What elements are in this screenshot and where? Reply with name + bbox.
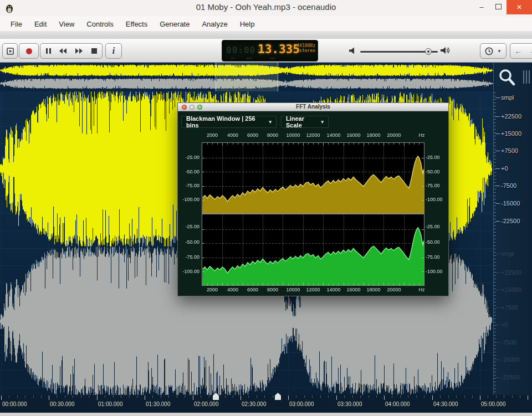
volume-slider-thumb[interactable] — [425, 48, 432, 55]
time-ghost-digits: 00:00: — [226, 45, 262, 55]
freq-tick: 20000 — [385, 287, 403, 292]
info-button[interactable]: i — [105, 43, 122, 59]
ruler-tick: -22500 — [501, 218, 520, 224]
nav-forward-button[interactable]: → — [525, 43, 532, 59]
db-tick: -50.00 — [426, 239, 447, 245]
zoom-icon[interactable] — [498, 68, 516, 87]
window-title: 01 Moby - Ooh Yeah.mp3 - ocenaudio — [0, 2, 532, 12]
menu-edit[interactable]: Edit — [28, 20, 53, 28]
time-display: 00:00: 13.335 44100Hzstereo hr min sec — [222, 40, 318, 61]
volume-high-icon — [441, 47, 451, 54]
bottom-edge — [0, 413, 532, 416]
sample-rate-readout: 44100Hzstereo — [292, 43, 315, 53]
timeline-label: 05:00.000 — [481, 401, 506, 407]
ruler-tick: +15000 — [501, 130, 521, 137]
menu-view[interactable]: View — [53, 20, 80, 28]
db-tick: -75.00 — [178, 254, 200, 260]
freq-tick: 2000 — [203, 132, 222, 138]
freq-tick: 8000 — [263, 287, 282, 292]
db-tick: -75.00 — [178, 183, 200, 188]
maximize-button[interactable] — [490, 0, 507, 13]
document-title-strip: hglrob.wav – ocenaudio — [0, 31, 532, 39]
time-format-button[interactable]: ▼ — [480, 43, 507, 59]
db-tick: -50.00 — [426, 169, 447, 174]
fft-body: Blackman Window | 256 bins ▾ Linear Scal… — [178, 111, 448, 296]
freq-tick: 12000 — [304, 287, 323, 292]
freq-tick: 2000 — [203, 287, 222, 292]
ruler-unit-ch1: smpl — [501, 94, 514, 101]
db-tick: -25.00 — [426, 224, 447, 229]
play-device-button[interactable] — [2, 43, 18, 59]
menu-bar: File Edit View Controls Effects Generate… — [0, 17, 532, 31]
freq-tick: 14000 — [324, 287, 343, 292]
menu-analyze[interactable]: Analyze — [196, 20, 233, 28]
timeline-label: 01:30.000 — [146, 401, 171, 407]
pause-icon — [45, 48, 52, 54]
record-button[interactable] — [19, 43, 39, 59]
ruler-tick: +22500 — [501, 269, 521, 276]
ruler-tick: -7500 — [501, 182, 516, 189]
close-button[interactable]: ✕ — [507, 0, 532, 14]
menu-generate[interactable]: Generate — [154, 20, 196, 28]
chevron-down-icon: ▼ — [497, 49, 502, 54]
rewind-button[interactable] — [55, 43, 71, 59]
db-tick: -25.00 — [426, 155, 447, 160]
freq-unit: Hz — [415, 287, 428, 292]
ruler-unit-ch2: smpl — [501, 250, 514, 257]
unit-hr: hr — [231, 56, 235, 60]
timeline-label: 02:00.000 — [194, 401, 219, 407]
panel-grip-icon[interactable] — [523, 70, 531, 84]
timeline-label: 01:00.000 — [98, 401, 123, 407]
maximize-icon — [495, 4, 502, 9]
menu-effects[interactable]: Effects — [120, 20, 154, 28]
record-icon — [25, 48, 33, 55]
titlebar: 01 Moby - Ooh Yeah.mp3 - ocenaudio – ✕ — [0, 0, 532, 17]
info-icon: i — [112, 46, 115, 56]
db-tick: -100.00 — [426, 197, 447, 202]
fft-title: FFT Analysis — [178, 104, 448, 110]
menu-controls[interactable]: Controls — [80, 20, 119, 28]
freq-tick: 12000 — [304, 132, 323, 138]
ruler-tick: +0 — [501, 321, 508, 328]
timeline-label: 02:30.000 — [242, 401, 267, 407]
pause-button[interactable] — [40, 43, 57, 59]
fft-window-dropdown[interactable]: Blackman Window | 256 bins ▾ — [181, 116, 277, 128]
freq-unit: Hz — [415, 132, 428, 138]
freq-tick: 6000 — [243, 287, 262, 292]
menu-file[interactable]: File — [4, 20, 28, 28]
amplitude-ruler[interactable]: smpl +22500 +15000 +7500 +0 -7500 -15000… — [493, 63, 532, 396]
db-tick: -25.00 — [178, 155, 200, 160]
unit-sec: sec — [270, 56, 276, 60]
freq-tick: 10000 — [284, 287, 303, 292]
freq-tick: 6000 — [243, 132, 262, 138]
fft-plot-channel1 — [202, 142, 424, 214]
arrow-right-icon: → — [529, 47, 532, 55]
timeline-label: 00:00.000 — [2, 401, 27, 407]
db-tick: -75.00 — [426, 254, 447, 260]
overview-waveform[interactable] — [0, 63, 493, 91]
stop-button[interactable] — [86, 43, 103, 59]
fast-forward-button[interactable] — [71, 43, 87, 59]
ruler-tick: +0 — [501, 165, 508, 172]
minimize-button[interactable]: – — [473, 0, 490, 13]
play-device-icon — [7, 48, 14, 55]
freq-tick: 16000 — [344, 287, 363, 292]
fft-titlebar[interactable]: FFT Analysis — [178, 103, 448, 111]
db-tick: -100.00 — [426, 269, 447, 274]
nav-back-button[interactable]: ← — [510, 43, 526, 59]
db-tick: -100.00 — [178, 269, 200, 274]
ruler-tick: +15000 — [501, 286, 521, 293]
freq-tick: 18000 — [364, 132, 383, 138]
freq-tick: 14000 — [324, 132, 343, 138]
ruler-tick: -15000 — [501, 356, 520, 363]
clock-icon — [485, 47, 493, 55]
ruler-tick: +7500 — [501, 147, 518, 154]
freq-tick: 4000 — [223, 132, 242, 138]
menu-help[interactable]: Help — [234, 20, 261, 28]
timeline-label: 04:00.000 — [385, 401, 410, 407]
freq-tick: 20000 — [385, 132, 403, 138]
db-tick: -50.00 — [178, 239, 200, 245]
db-tick: -100.00 — [178, 197, 200, 202]
toolbar: i 00:00: 13.335 44100Hzstereo hr min sec — [0, 39, 532, 63]
fft-scale-dropdown[interactable]: Linear Scale ▾ — [281, 116, 329, 128]
